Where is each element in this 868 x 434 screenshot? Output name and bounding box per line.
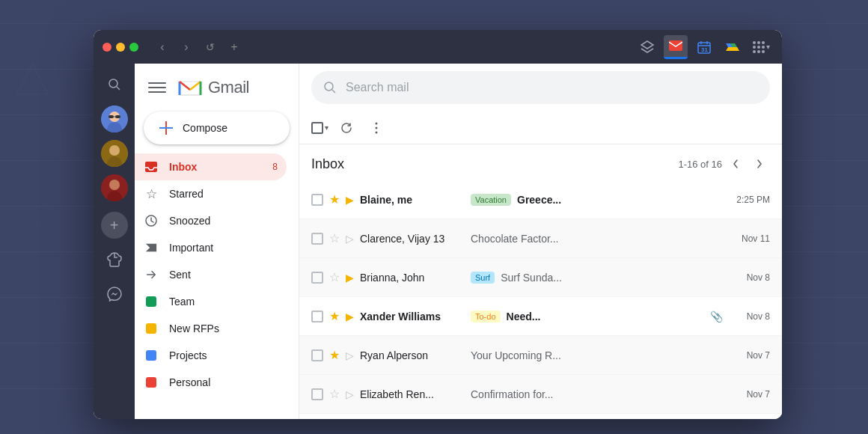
- gmail-header: Gmail: [135, 64, 299, 111]
- search-input-wrap[interactable]: [311, 71, 770, 104]
- email-tag-1: Vacation: [471, 194, 511, 206]
- svg-text:◁: ◁: [22, 191, 52, 233]
- messenger-button[interactable]: [101, 281, 128, 308]
- toolbar: ▾: [299, 111, 782, 144]
- next-page-button[interactable]: [749, 153, 770, 174]
- sidebar-item-team[interactable]: Team: [135, 288, 287, 315]
- sidebar-item-new-rfps[interactable]: New RFPs: [135, 315, 287, 342]
- hamburger-line-2: [148, 87, 166, 88]
- avatar-2[interactable]: [101, 140, 128, 167]
- select-all-dropdown[interactable]: ▾: [325, 123, 328, 132]
- svg-point-14: [762, 41, 765, 44]
- importance-2: ▷: [346, 233, 354, 245]
- main-content: +: [94, 64, 782, 419]
- sidebar-item-sent[interactable]: Sent: [135, 261, 287, 288]
- email-row[interactable]: ☆ ▷ Elizabeth Ren... Confirmation for...…: [299, 375, 782, 414]
- email-checkbox-6[interactable]: [311, 388, 323, 400]
- more-options-button[interactable]: [364, 116, 388, 140]
- sidebar-item-starred[interactable]: ☆ Starred: [135, 180, 287, 207]
- importance-1: ▶: [346, 194, 354, 206]
- star-4[interactable]: ★: [329, 309, 340, 323]
- calendar-button[interactable]: 31: [692, 35, 716, 59]
- gmail-logo: Gmail: [177, 77, 249, 98]
- select-all-checkbox[interactable]: [311, 122, 323, 134]
- new-tab-button[interactable]: +: [224, 37, 245, 58]
- email-row[interactable]: ☆ ▶ Brianna, John Surf Surf Sunda... Nov…: [299, 258, 782, 297]
- email-checkbox-1[interactable]: [311, 194, 323, 206]
- email-row[interactable]: ★ ▶ Xander Williams To-do Need... 📎 Nov …: [299, 297, 782, 336]
- email-sender-1: Blaine, me: [360, 194, 465, 206]
- refresh-emails-button[interactable]: [334, 116, 358, 140]
- forward-icon: ›: [184, 40, 188, 54]
- sidebar-search-button[interactable]: [101, 71, 128, 98]
- email-sender-2: Clarence, Vijay 13: [360, 233, 465, 245]
- email-checkbox-3[interactable]: [311, 272, 323, 284]
- sidebar-item-important[interactable]: Important: [135, 234, 287, 261]
- star-1[interactable]: ★: [329, 192, 340, 207]
- drive-button[interactable]: [721, 35, 745, 59]
- star-6[interactable]: ☆: [329, 387, 340, 401]
- forward-button[interactable]: ›: [176, 37, 197, 58]
- sidebar-item-projects[interactable]: Projects: [135, 342, 287, 369]
- hamburger-menu[interactable]: [147, 77, 168, 98]
- avatar-1[interactable]: [101, 106, 128, 132]
- next-page-icon: [756, 159, 763, 169]
- avatar-3[interactable]: [101, 174, 128, 201]
- maximize-button[interactable]: [129, 43, 138, 52]
- importance-5: ▷: [346, 349, 354, 361]
- email-sender-6: Elizabeth Ren...: [360, 388, 465, 400]
- email-subject-3: Surf Sunda...: [501, 272, 723, 284]
- star-3[interactable]: ☆: [329, 270, 340, 284]
- compose-label: Compose: [183, 122, 227, 134]
- svg-text:△: △: [793, 191, 822, 233]
- avatar-3-svg: [101, 174, 128, 201]
- compose-button[interactable]: Compose: [144, 111, 290, 144]
- email-sender-5: Ryan Alperson: [360, 349, 465, 361]
- svg-rect-25: [109, 115, 114, 118]
- star-2[interactable]: ☆: [329, 231, 340, 245]
- select-all-wrap[interactable]: ▾: [311, 122, 328, 134]
- hamburger-line-3: [148, 91, 166, 93]
- important-icon: [144, 242, 159, 254]
- email-subject-4: Need...: [507, 311, 704, 323]
- email-subject-5: Your Upcoming R...: [471, 349, 723, 361]
- email-checkbox-5[interactable]: [311, 349, 323, 361]
- hamburger-line-1: [148, 82, 166, 84]
- email-checkbox-4[interactable]: [311, 311, 323, 323]
- layers-button[interactable]: [635, 35, 659, 59]
- email-row[interactable]: ☆ ▶ Jack FW: Have you ev... Nov 7: [299, 414, 782, 419]
- layers-icon: [640, 40, 655, 55]
- starred-label: Starred: [169, 188, 278, 200]
- email-tag-3: Surf: [471, 272, 495, 284]
- prev-page-button[interactable]: [725, 153, 746, 174]
- email-row[interactable]: ★ ▷ Ryan Alperson Your Upcoming R... Nov…: [299, 336, 782, 375]
- search-input[interactable]: [346, 81, 758, 94]
- star-5[interactable]: ★: [329, 348, 340, 362]
- svg-point-20: [762, 50, 765, 53]
- sidebar-item-snoozed[interactable]: Snoozed: [135, 207, 287, 234]
- traffic-lights: [103, 43, 138, 52]
- email-checkbox-2[interactable]: [311, 233, 323, 245]
- apps-button[interactable]: ▾: [749, 35, 773, 59]
- sidebar-item-personal[interactable]: Personal: [135, 369, 287, 396]
- back-button[interactable]: ‹: [152, 37, 173, 58]
- add-icon: +: [110, 218, 119, 233]
- minimize-button[interactable]: [116, 43, 125, 52]
- svg-point-17: [762, 46, 765, 49]
- gmail-main: ▾: [299, 64, 782, 419]
- projects-label: Projects: [169, 349, 278, 361]
- close-button[interactable]: [103, 43, 111, 52]
- importance-6: ▷: [346, 388, 354, 400]
- sent-icon-svg: [145, 269, 157, 281]
- sidebar-item-inbox[interactable]: Inbox 8: [135, 153, 287, 180]
- gmail-m-logo: [177, 77, 204, 98]
- refresh-icon: ↺: [206, 41, 215, 53]
- add-account-button[interactable]: +: [101, 212, 128, 239]
- email-row[interactable]: ★ ▶ Blaine, me Vacation Greece... 2:25 P…: [299, 180, 782, 219]
- starred-icon: ☆: [144, 186, 159, 202]
- gmail-tab-button[interactable]: [664, 35, 688, 59]
- svg-rect-36: [145, 162, 157, 172]
- email-row[interactable]: ☆ ▷ Clarence, Vijay 13 Chocolate Factor.…: [299, 219, 782, 258]
- evernote-button[interactable]: [101, 246, 128, 273]
- refresh-button[interactable]: ↺: [200, 37, 221, 58]
